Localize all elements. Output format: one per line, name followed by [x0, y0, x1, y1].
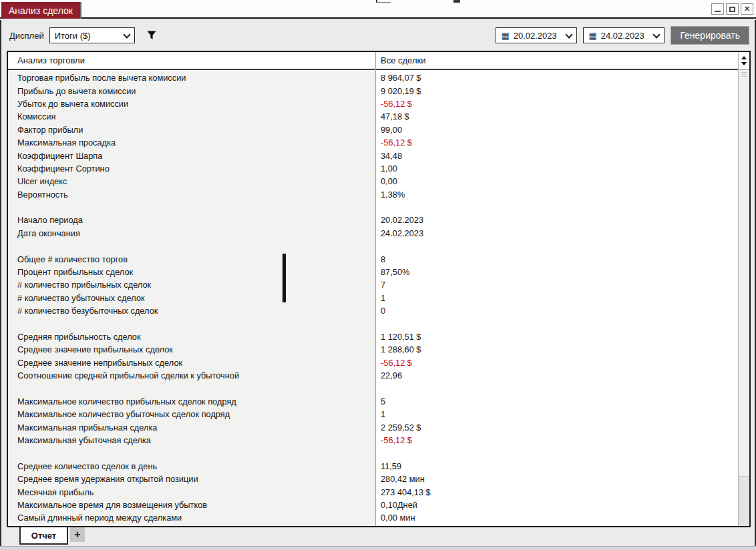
scrollbar-thumb[interactable]	[739, 70, 749, 477]
table-row[interactable]: # количество безубыточных сделок0	[8, 304, 738, 317]
table-row[interactable]: Убыток до вычета комиссии-56,12 $	[8, 97, 738, 110]
table-row[interactable]: Средняя прибыльность сделок1 120,51 $	[8, 330, 738, 343]
metric-label: Убыток до вычета комиссии	[8, 97, 375, 110]
metric-label: Фактор прибыли	[8, 123, 375, 136]
metric-label: Начало периода	[8, 214, 375, 226]
table-row[interactable]: Общее # количество торгов8	[8, 252, 738, 265]
metric-label: Вероятность	[8, 188, 375, 201]
vertical-scrollbar[interactable]	[738, 52, 749, 526]
metric-label: Максимальное количество убыточных сделок…	[8, 408, 375, 421]
table-row[interactable]: Максимальная просадка-56,12 $	[8, 136, 738, 149]
calendar-icon: ▦	[501, 31, 509, 40]
metric-label: Дата окончания	[8, 227, 375, 240]
column-header-analysis[interactable]: Анализ торговли	[17, 52, 85, 69]
table-row[interactable]: # количество убыточных сделок1	[8, 292, 738, 304]
table-row[interactable]	[8, 317, 738, 330]
metric-value: 22,96	[375, 370, 738, 380]
close-icon: ✕	[744, 5, 750, 13]
table-row[interactable]: # количество прибыльных сделок7	[8, 278, 738, 291]
metric-label: Среднее значение неприбыльных сделок	[8, 356, 375, 369]
bottom-tab-bar: Отчет +	[7, 527, 85, 545]
metric-label: Максимальное количество прибыльных сдело…	[8, 395, 375, 408]
column-divider	[375, 52, 376, 526]
bottom-strip	[0, 546, 756, 550]
metric-label	[8, 317, 375, 330]
table-row[interactable]	[8, 382, 738, 394]
screen-edge-artifact	[376, 0, 391, 3]
table-row[interactable]: Начало периода20.02.2023	[8, 214, 738, 226]
table-row[interactable]: Соотношение средней прибыльной сделки к …	[8, 369, 738, 382]
minimize-button[interactable]	[711, 3, 724, 15]
table-row[interactable]: Среднее значение неприбыльных сделок-56,…	[8, 356, 738, 369]
metric-value: 11,59	[375, 461, 738, 471]
table-row[interactable]: Среднее значение прибыльных сделок1 288,…	[8, 343, 738, 356]
table-row[interactable]: Комиссия47,18 $	[8, 110, 738, 123]
table-row[interactable]: Коэффициент Сортино1,00	[8, 162, 738, 175]
column-header-all-trades[interactable]: Все сделки	[381, 52, 425, 69]
date-to-picker[interactable]: ▦ 24.02.2023	[583, 27, 665, 43]
date-from-value: 20.02.2023	[514, 31, 563, 41]
metric-value: 0,10Дней	[375, 500, 738, 510]
generate-button[interactable]: Генерировать	[671, 26, 749, 45]
metric-label: Месячная прибыль	[8, 486, 375, 499]
display-select-value: Итоги ($)	[55, 31, 91, 41]
add-tab-button[interactable]: +	[70, 527, 85, 542]
toolbar: Дисплей Итоги ($) ▦ 20.02.2023 ▦ 24.02.2…	[9, 25, 749, 45]
table-row[interactable]: Среднее количество сделок в день11,59	[8, 460, 738, 473]
close-button[interactable]: ✕	[741, 3, 753, 15]
metric-label: Максимальная убыточная сделка	[8, 434, 375, 447]
tab-report[interactable]: Отчет	[19, 527, 68, 545]
metric-value: 34,48	[375, 151, 738, 161]
table-row[interactable]: Фактор прибыли99,00	[8, 123, 738, 136]
table-row[interactable]: Торговая прибыль после вычета комиссии8 …	[8, 71, 738, 84]
chevron-down-icon	[123, 31, 130, 38]
title-bar: Анализ сделок ✕	[0, 0, 756, 19]
metric-value: 280,42 мин	[375, 474, 738, 484]
display-label: Дисплей	[9, 31, 44, 41]
table-row[interactable]: Процент прибыльных сделок87,50%	[8, 266, 738, 278]
maximize-button[interactable]	[726, 3, 739, 15]
display-select[interactable]: Итоги ($)	[49, 27, 135, 43]
metric-label: Максимальное время для возмещения убытко…	[8, 499, 375, 511]
metric-label	[8, 240, 375, 252]
metric-label	[8, 201, 375, 214]
table-row[interactable]: Ulcer индекс0,00	[8, 175, 738, 188]
app-window: Анализ сделок ✕ Дисплей Итоги ($) ▦ 20	[0, 0, 756, 550]
metric-value: 5	[375, 396, 738, 406]
table-row[interactable]	[8, 240, 738, 252]
scroll-down-icon[interactable]	[741, 62, 747, 65]
row-scroll-spinner	[739, 52, 749, 70]
metric-value: 1	[375, 409, 738, 419]
metric-label: Коэффициент Шарпа	[8, 149, 375, 162]
metric-label: # количество прибыльных сделок	[8, 278, 375, 291]
chevron-down-icon	[566, 31, 573, 38]
window-title-tab[interactable]: Анализ сделок	[1, 2, 81, 19]
table-row[interactable]: Месячная прибыль273 404,13 $	[8, 486, 738, 499]
metric-label: # количество убыточных сделок	[8, 292, 375, 304]
table-row[interactable]: Коэффициент Шарпа34,48	[8, 149, 738, 162]
table-row[interactable]: Дата окончания24.02.2023	[8, 227, 738, 240]
filter-icon[interactable]	[146, 30, 157, 41]
table-row[interactable]: Максимальное время для возмещения убытко…	[8, 499, 738, 511]
metric-label	[8, 382, 375, 394]
table-row[interactable]: Максимальное количество прибыльных сдело…	[8, 395, 738, 408]
metric-label: Максимальная просадка	[8, 136, 375, 149]
metric-label: Среднее время удержания открытой позиции	[8, 473, 375, 485]
text-cursor-artifact	[282, 254, 286, 302]
screen-edge-artifact	[453, 0, 460, 3]
table-row[interactable]: Самый длинный период между сделками0,00 …	[8, 511, 738, 524]
metric-value: -56,12 $	[375, 99, 738, 109]
table-row[interactable]: Максимальная прибыльная сделка2 259,52 $	[8, 421, 738, 434]
date-from-picker[interactable]: ▦ 20.02.2023	[496, 27, 577, 43]
toolbar-right-group: ▦ 20.02.2023 ▦ 24.02.2023 Генерировать	[496, 26, 749, 45]
table-row[interactable]: Среднее время удержания открытой позиции…	[8, 473, 738, 485]
table-row[interactable]: Вероятность1,38%	[8, 188, 738, 201]
table-row[interactable]	[8, 447, 738, 459]
table-row[interactable]: Прибыль до вычета комиссии9 020,19 $	[8, 84, 738, 97]
metric-value: 20.02.2023	[375, 215, 738, 225]
table-row[interactable]: Максимальная убыточная сделка-56,12 $	[8, 434, 738, 447]
table-row[interactable]: Максимальное количество убыточных сделок…	[8, 408, 738, 421]
scroll-up-icon[interactable]	[741, 56, 747, 59]
table-row[interactable]	[8, 201, 738, 214]
metric-label: Среднее значение прибыльных сделок	[8, 343, 375, 356]
